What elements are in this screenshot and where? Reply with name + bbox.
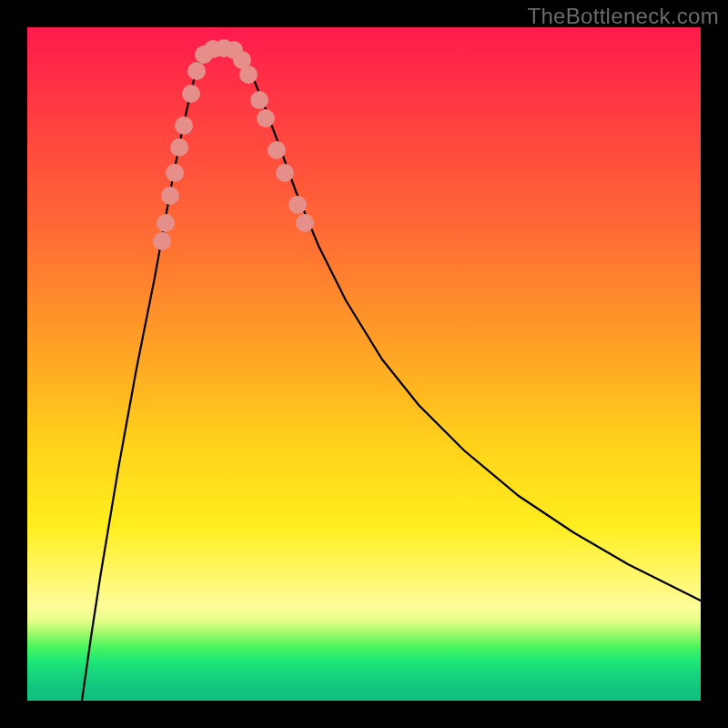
highlight-dot [250,91,268,109]
highlight-dot [182,85,200,103]
highlight-dot [153,232,171,250]
highlight-dot [257,109,275,127]
highlight-dot [175,116,193,135]
chart-frame: TheBottleneck.com [0,0,728,728]
scatter-dots [153,39,314,250]
highlight-dot [157,214,175,232]
highlight-dot [161,187,179,205]
chart-overlay [27,27,701,701]
plot-area [27,27,701,701]
highlight-dot [170,138,188,157]
highlight-dot [166,164,184,182]
highlight-dot [296,214,314,232]
highlight-dot [187,62,206,80]
highlight-dot [239,66,258,84]
highlight-dot [268,141,286,159]
watermark-text: TheBottleneck.com [527,4,719,29]
highlight-dot [276,164,294,182]
highlight-dot [288,196,307,214]
